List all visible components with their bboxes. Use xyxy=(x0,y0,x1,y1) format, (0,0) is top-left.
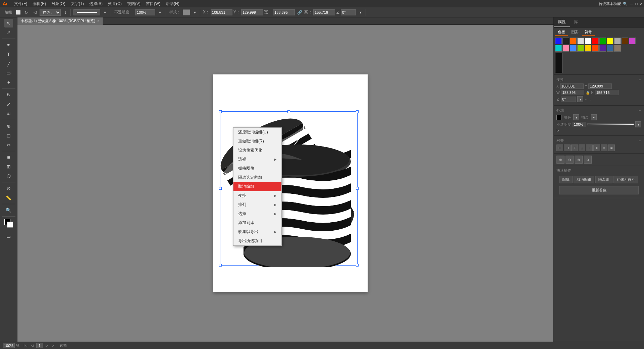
tab-symbols[interactable]: 符号 xyxy=(582,29,595,36)
ctx-item-3[interactable]: 透视▶ xyxy=(233,155,281,164)
pen-tool[interactable]: ✒ xyxy=(4,41,13,49)
swatch-8[interactable] xyxy=(614,38,621,44)
align-more[interactable]: ··· xyxy=(637,138,641,143)
ctx-item-2[interactable]: 设为像素优化 xyxy=(233,146,281,155)
fill-color-swatch[interactable] xyxy=(556,115,562,120)
ctx-item-7[interactable]: 变换▶ xyxy=(233,191,281,200)
type-tool[interactable]: T xyxy=(4,50,13,59)
angle-input[interactable] xyxy=(341,9,356,15)
tab-pattern[interactable]: 图案 xyxy=(569,29,581,36)
black-swatch[interactable] xyxy=(555,53,562,73)
ctx-item-10[interactable]: 添加到库 xyxy=(233,218,281,227)
eyedropper-tool[interactable]: ⊘ xyxy=(4,184,13,193)
first-page-btn[interactable]: |◁ xyxy=(23,343,28,348)
swatch-15[interactable] xyxy=(585,45,591,52)
opacity-more[interactable]: ▾ xyxy=(635,121,641,127)
transform-h[interactable] xyxy=(595,90,619,95)
tab-library[interactable]: 库 xyxy=(570,17,582,27)
handle-tc[interactable] xyxy=(287,110,290,113)
brush-tool[interactable]: ✦ xyxy=(4,78,13,87)
opacity-input[interactable] xyxy=(135,9,155,15)
measure-tool[interactable]: 📏 xyxy=(4,193,13,202)
swatch-3[interactable] xyxy=(577,38,584,44)
ctx-item-9[interactable]: 选择▶ xyxy=(233,209,281,218)
save-symbol-btn[interactable]: 存储为符号 xyxy=(613,176,638,183)
swatch-6[interactable] xyxy=(599,38,606,44)
transform-x[interactable] xyxy=(560,83,584,89)
recolor-btn[interactable]: 重新着色 xyxy=(559,186,639,194)
mode-toggle[interactable]: ↕ xyxy=(62,9,69,16)
y-input[interactable] xyxy=(241,9,263,15)
mesh-tool[interactable]: ⊞ xyxy=(4,162,13,171)
screen-mode-btn[interactable]: ▭ xyxy=(4,232,13,241)
window-close[interactable]: ✕ xyxy=(640,2,643,6)
swatch-11[interactable] xyxy=(555,45,562,52)
opacity-value-input[interactable] xyxy=(573,122,586,127)
align-center-v[interactable]: ⊦ xyxy=(586,144,593,151)
ctx-item-0[interactable]: 还原取消编组(U) xyxy=(233,128,281,137)
selection-tool[interactable]: ↖ xyxy=(4,19,13,27)
handle-tr[interactable] xyxy=(356,110,359,113)
align-bottom[interactable]: ⊧ xyxy=(593,144,600,151)
canvas-tab-main[interactable]: 未标题-1 (已恢复)* @ 100% (RGB/GPU 预览) × xyxy=(17,17,103,25)
swatch-17[interactable] xyxy=(599,45,606,52)
swatch-10[interactable] xyxy=(629,38,636,44)
align-right[interactable]: ⊤ xyxy=(571,144,578,151)
opacity-slider[interactable] xyxy=(587,123,634,125)
menu-effect[interactable]: 效果(C) xyxy=(105,0,124,7)
align-left[interactable]: ⊢ xyxy=(556,144,563,151)
angle-dropdown-btn[interactable]: ▾ xyxy=(577,96,583,102)
window-minimize[interactable]: — xyxy=(630,2,633,6)
search-icon[interactable]: 🔍 xyxy=(623,2,628,6)
distribute-v[interactable]: ≢ xyxy=(608,144,615,151)
swatch-4[interactable] xyxy=(585,38,591,44)
last-page-btn[interactable]: ▷| xyxy=(51,343,56,348)
align-center-h[interactable]: ⊣ xyxy=(564,144,571,151)
swatch-13[interactable] xyxy=(570,45,577,52)
prev-page-btn[interactable]: ◁ xyxy=(30,343,35,348)
swatch-0[interactable] xyxy=(555,38,562,44)
select-btn[interactable]: ▷ xyxy=(23,9,30,16)
pathfinder-tool[interactable]: ⊕ xyxy=(4,122,13,130)
handle-tl[interactable] xyxy=(219,110,222,113)
stroke-preview[interactable] xyxy=(73,9,100,15)
tab-properties[interactable]: 属性 xyxy=(554,17,570,27)
canvas-viewport[interactable]: AMAZING xyxy=(17,25,564,342)
swatch-2[interactable] xyxy=(570,38,577,44)
edit-btn[interactable]: 编辑 xyxy=(559,176,573,183)
tab-swatches[interactable]: 色板 xyxy=(555,29,568,36)
opacity-toggle[interactable]: ▾ xyxy=(156,9,164,16)
shape-tool[interactable]: ▭ xyxy=(4,69,13,77)
window-resize[interactable]: □ xyxy=(635,2,638,6)
zoom-input[interactable] xyxy=(3,343,15,348)
zoom-tool[interactable]: 🔍 xyxy=(4,206,13,215)
menu-edit[interactable]: 编辑(E) xyxy=(30,0,49,7)
menu-view[interactable]: 视图(V) xyxy=(124,0,143,7)
mode-dropdown[interactable]: 描边： xyxy=(40,9,61,16)
swatch-12[interactable] xyxy=(562,45,569,52)
transform-y[interactable] xyxy=(588,83,612,89)
swatch-18[interactable] xyxy=(607,45,613,52)
pathfinder-exclude[interactable]: ⊘ xyxy=(584,156,592,164)
swatch-16[interactable] xyxy=(592,45,599,52)
direct-select-btn[interactable]: ◁ xyxy=(31,9,39,16)
pathfinder-unite[interactable]: ⊕ xyxy=(556,156,565,164)
swatch-7[interactable] xyxy=(607,38,613,44)
eraser-tool[interactable]: ◻ xyxy=(4,131,13,140)
style-preview[interactable] xyxy=(183,9,190,15)
x-input[interactable] xyxy=(211,9,232,15)
ctx-item-8[interactable]: 排列▶ xyxy=(233,200,281,209)
background-color[interactable] xyxy=(7,222,13,228)
menu-help[interactable]: 帮助(H) xyxy=(163,0,182,7)
flip-v-icon[interactable]: ↕ xyxy=(589,98,591,101)
scissors-tool[interactable]: ✂ xyxy=(4,140,13,149)
flip-h-icon[interactable]: ↔ xyxy=(585,98,588,101)
next-page-btn[interactable]: ▷ xyxy=(44,343,50,348)
distribute-h[interactable]: ≡ xyxy=(601,144,607,151)
line-tool[interactable]: ╱ xyxy=(4,59,13,68)
ctx-item-1[interactable]: 重做取消组(R) xyxy=(233,137,281,146)
fill-options-btn[interactable]: ▾ xyxy=(573,114,579,120)
warp-tool[interactable]: ≋ xyxy=(4,109,13,118)
swatch-19[interactable] xyxy=(614,45,621,52)
h-input[interactable] xyxy=(313,9,335,15)
